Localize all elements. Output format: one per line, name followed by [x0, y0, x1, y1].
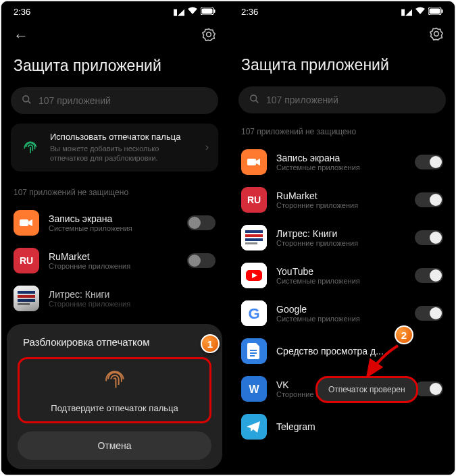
svg-rect-19 — [241, 225, 267, 250]
svg-rect-30 — [250, 355, 255, 356]
app-toggle[interactable] — [415, 155, 443, 169]
app-name: RuMarket — [49, 251, 178, 262]
page-title: Защита приложений — [1, 47, 228, 87]
search-icon — [22, 95, 32, 107]
app-name: Запись экрана — [276, 153, 405, 163]
app-row[interactable]: Запись экрана Системные приложения — [229, 143, 455, 181]
signal-icon: ▮◢ — [401, 7, 412, 17]
dialog-title: Разблокировка отпечатком — [18, 336, 211, 348]
app-toggle[interactable] — [415, 192, 443, 207]
app-name: Запись экрана — [49, 213, 178, 224]
svg-rect-8 — [18, 291, 35, 294]
gear-icon[interactable] — [202, 28, 216, 45]
svg-rect-10 — [18, 299, 35, 302]
svg-line-17 — [255, 100, 258, 103]
battery-icon — [428, 7, 443, 17]
fingerprint-card-title: Использовать отпечаток пальца — [50, 132, 196, 142]
app-row[interactable]: Литрес: Книги Сторонние приложения — [229, 219, 455, 257]
svg-rect-23 — [245, 242, 257, 244]
wifi-icon — [187, 7, 198, 17]
svg-rect-20 — [245, 230, 263, 233]
app-icon-litres — [241, 225, 267, 250]
app-icon-screen-recorder — [241, 149, 267, 175]
app-toggle[interactable] — [415, 381, 443, 396]
app-icon-screen-recorder — [14, 210, 39, 236]
app-icon-rumarket: RU — [14, 248, 39, 273]
app-toggle[interactable] — [187, 253, 216, 268]
app-category: Сторонние приложения — [49, 300, 216, 308]
toast-fingerprint-verified: Отпечаток проверен — [315, 376, 418, 403]
header — [229, 22, 455, 47]
cancel-button-label: Отмена — [97, 440, 131, 451]
svg-point-16 — [251, 95, 257, 101]
fingerprint-confirm-area[interactable]: Подтвердите отпечаток пальца — [18, 357, 211, 423]
app-toggle[interactable] — [415, 230, 443, 245]
svg-line-5 — [28, 101, 30, 103]
phone-screen-right: 2:36 ▮◢ Защита приложений 107 приложе — [229, 1, 455, 475]
svg-rect-28 — [250, 350, 257, 351]
search-input[interactable]: 107 приложений — [11, 87, 218, 114]
fingerprint-dialog: Разблокировка отпечатком Подтвердите отп… — [7, 324, 222, 469]
app-row[interactable]: RU RuMarket Сторонние приложения — [1, 242, 228, 280]
cancel-button[interactable]: Отмена — [18, 431, 211, 460]
signal-icon: ▮◢ — [173, 7, 184, 17]
svg-rect-21 — [245, 234, 263, 237]
app-name: Telegram — [276, 421, 443, 432]
annotation-badge-1: 1 — [201, 334, 220, 353]
app-toggle[interactable] — [415, 268, 443, 283]
app-category: Системные приложения — [276, 163, 405, 171]
app-row[interactable]: YouTube Системные приложения — [229, 257, 455, 294]
fingerprint-card-subtitle: Вы можете добавить несколько отпечатков … — [50, 144, 196, 163]
svg-rect-18 — [247, 159, 256, 165]
svg-rect-13 — [430, 8, 440, 14]
app-name: Средство просмотра д... — [276, 346, 443, 356]
app-row[interactable]: Литрес: Книги Сторонние приложения — [1, 280, 228, 317]
svg-rect-14 — [442, 9, 443, 13]
back-icon[interactable]: ← — [14, 27, 28, 45]
app-row[interactable]: Средство просмотра д... — [229, 332, 455, 370]
svg-rect-6 — [20, 219, 28, 226]
svg-point-15 — [434, 32, 439, 36]
svg-rect-29 — [250, 352, 257, 354]
app-icon-telegram — [241, 414, 267, 440]
battery-icon — [201, 7, 216, 17]
status-bar: 2:36 ▮◢ — [1, 1, 228, 22]
svg-rect-9 — [18, 295, 35, 298]
search-placeholder: 107 приложений — [39, 95, 111, 106]
toast-text: Отпечаток проверен — [328, 385, 405, 394]
dialog-confirm-text: Подтвердите отпечаток пальца — [26, 403, 203, 413]
svg-rect-1 — [202, 8, 213, 14]
app-category: Сторонние приложения — [276, 201, 405, 209]
app-name: RuMarket — [276, 190, 405, 201]
app-row[interactable]: G Google Системные приложения — [229, 294, 455, 332]
gear-icon[interactable] — [430, 27, 443, 44]
app-icon-google: G — [241, 300, 267, 326]
app-toggle[interactable] — [187, 215, 216, 230]
svg-point-4 — [23, 96, 29, 102]
fingerprint-card[interactable]: Использовать отпечаток пальца Вы можете … — [11, 124, 218, 171]
fingerprint-icon — [20, 137, 41, 157]
status-time: 2:36 — [14, 7, 30, 17]
status-time: 2:36 — [241, 7, 258, 17]
app-category: Системные приложения — [276, 277, 405, 285]
app-icon-docs — [241, 338, 267, 364]
section-label: 107 приложений не защищено — [229, 123, 455, 143]
app-row[interactable]: Telegram — [229, 408, 455, 446]
svg-rect-2 — [214, 9, 216, 13]
search-input[interactable]: 107 приложений — [238, 86, 446, 113]
section-label: 107 приложений не защищено — [1, 184, 228, 204]
search-icon — [249, 94, 259, 106]
app-row[interactable]: Запись экрана Системные приложения — [1, 204, 228, 242]
app-name: Google — [276, 304, 405, 315]
app-name: Литрес: Книги — [49, 289, 216, 300]
app-category: Системные приложения — [276, 315, 405, 323]
status-icons: ▮◢ — [173, 7, 216, 17]
status-icons: ▮◢ — [401, 7, 443, 17]
fingerprint-icon-large — [26, 369, 203, 396]
wifi-icon — [415, 7, 426, 17]
app-row[interactable]: RU RuMarket Сторонние приложения — [229, 181, 455, 219]
app-category: Системные приложения — [49, 224, 178, 232]
status-bar: 2:36 ▮◢ — [229, 1, 455, 22]
app-toggle[interactable] — [415, 306, 443, 321]
svg-text:W: W — [249, 384, 259, 395]
